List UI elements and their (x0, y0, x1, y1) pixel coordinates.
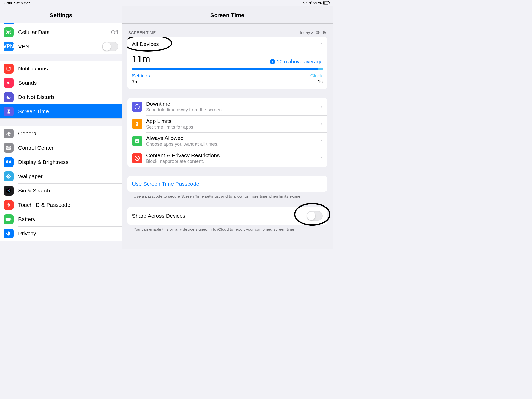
sidebar-title: Settings (0, 6, 122, 23)
sidebar-item-sounds[interactable]: Sounds (0, 76, 122, 90)
svg-point-12 (8, 177, 9, 179)
svg-rect-20 (6, 218, 11, 220)
toggle-icon (4, 143, 14, 153)
svg-point-18 (9, 177, 10, 178)
chevron-right-icon: › (321, 138, 323, 144)
sidebar-item-general[interactable]: General (0, 126, 122, 141)
section-label-screentime: SCREEN TIME (128, 30, 156, 35)
passcode-footer: Use a passcode to secure Screen Time set… (127, 192, 327, 199)
sidebar-controlcenter-label: Control Center (18, 145, 118, 151)
speaker-icon (4, 78, 14, 88)
svg-point-10 (8, 176, 9, 177)
siri-icon (4, 186, 14, 196)
usage-total: 11m (132, 54, 150, 65)
hourglass-icon (4, 107, 14, 116)
svg-point-5 (8, 133, 9, 134)
sidebar-privacy-label: Privacy (18, 230, 118, 237)
sidebar-vpn-label: VPN (18, 43, 102, 50)
sidebar-item-touchid[interactable]: Touch ID & Passcode (0, 198, 122, 212)
sidebar-siri-label: Siri & Search (18, 188, 118, 194)
fingerprint-icon (4, 200, 14, 210)
always-sub: Choose apps you want at all times. (146, 142, 319, 147)
svg-point-16 (9, 175, 10, 176)
share-across-devices-row[interactable]: Share Across Devices (127, 207, 327, 225)
sidebar-item-screentime[interactable]: Screen Time (0, 104, 122, 118)
updated-timestamp: Today at 08:05 (299, 30, 326, 35)
sidebar-item-controlcenter[interactable]: Control Center (0, 141, 122, 155)
vpn-icon: VPN (4, 42, 14, 51)
svg-rect-2 (329, 2, 330, 3)
wifi-icon (303, 1, 308, 5)
status-time: 08:09 (3, 1, 12, 5)
hand-icon (4, 229, 14, 238)
battery-icon (323, 1, 330, 5)
sidebar-dnd-label: Do Not Disturb (18, 94, 118, 100)
status-bar: 08:09 Sat 6 Oct 22 % (0, 0, 332, 6)
status-date: Sat 6 Oct (14, 1, 30, 5)
sidebar-item-dnd[interactable]: Do Not Disturb (0, 90, 122, 104)
gear-icon (4, 129, 14, 138)
notifications-icon (4, 64, 14, 74)
antenna-icon (4, 27, 14, 37)
chevron-right-icon: › (321, 103, 323, 110)
svg-point-7 (7, 146, 8, 147)
usage-app2-name: Clock (310, 73, 323, 79)
sidebar-touchid-label: Touch ID & Passcode (18, 202, 118, 208)
usage-bar (132, 68, 323, 70)
detail-title: Screen Time (122, 6, 332, 24)
detail-pane: Screen Time SCREEN TIME Today at 08:05 A… (122, 6, 332, 249)
svg-point-17 (7, 177, 8, 178)
share-label: Share Across Devices (132, 213, 307, 219)
chevron-right-icon: › (321, 155, 323, 162)
sidebar-item-cellular[interactable]: Cellular Data Off (0, 25, 122, 39)
settings-sidebar: Settings Cellular Data Off VPN VPN (0, 6, 122, 249)
share-devices-toggle[interactable] (307, 211, 323, 221)
sidebar-item-vpn[interactable]: VPN VPN (0, 39, 122, 54)
checkmark-seal-icon (132, 136, 142, 146)
sidebar-wallpaper-label: Wallpaper (18, 173, 118, 179)
location-icon (309, 1, 312, 5)
battery-pct: 22 % (313, 1, 322, 5)
battery-icon (4, 214, 14, 224)
option-downtime[interactable]: Downtime Schedule time away from the scr… (127, 98, 327, 115)
usage-summary[interactable]: 11m ↑ 10m above average Settings 7m (127, 51, 327, 89)
content-sub: Block inappropriate content. (146, 159, 319, 164)
option-applimits[interactable]: App Limits Set time limits for apps. › (127, 115, 327, 132)
share-footer: You can enable this on any device signed… (127, 225, 327, 232)
moon-icon (4, 92, 14, 102)
option-content-privacy[interactable]: Content & Privacy Restrictions Block ina… (127, 150, 327, 167)
chevron-right-icon: › (321, 121, 323, 127)
usage-app1-time: 7m (132, 79, 150, 85)
sidebar-cellular-value: Off (111, 29, 118, 35)
sidebar-battery-label: Battery (18, 216, 118, 222)
all-devices-row[interactable]: All Devices › (127, 37, 327, 51)
above-average: ↑ 10m above average (270, 59, 323, 65)
sidebar-cellular-label: Cellular Data (18, 29, 111, 35)
text-size-icon: AA (4, 157, 14, 167)
sidebar-sounds-label: Sounds (18, 80, 118, 86)
vpn-toggle[interactable] (102, 42, 118, 51)
svg-point-15 (7, 175, 8, 176)
svg-point-4 (9, 66, 11, 68)
all-devices-label: All Devices (132, 41, 159, 47)
applimits-title: App Limits (146, 118, 319, 124)
hourglass-icon (132, 119, 142, 129)
use-passcode-link[interactable]: Use Screen Time Passcode (127, 176, 327, 192)
sidebar-item-display[interactable]: AA Display & Brightness (0, 155, 122, 169)
sidebar-item-notifications[interactable]: Notifications (0, 61, 122, 76)
sidebar-item-battery[interactable]: Battery (0, 212, 122, 226)
svg-point-14 (10, 176, 11, 177)
always-title: Always Allowed (146, 135, 319, 141)
applimits-sub: Set time limits for apps. (146, 124, 319, 130)
no-sign-icon (132, 153, 142, 163)
sidebar-item-wallpaper[interactable]: Wallpaper (0, 169, 122, 183)
sidebar-item-privacy[interactable]: Privacy (0, 226, 122, 241)
svg-point-9 (9, 148, 10, 149)
usage-app1-name: Settings (132, 73, 150, 79)
flower-icon (4, 171, 14, 181)
arrow-up-icon: ↑ (270, 59, 275, 64)
sidebar-item-siri[interactable]: Siri & Search (0, 183, 122, 198)
sidebar-notifications-label: Notifications (18, 65, 118, 72)
option-always-allowed[interactable]: Always Allowed Choose apps you want at a… (127, 132, 327, 150)
content-title: Content & Privacy Restrictions (146, 152, 319, 158)
